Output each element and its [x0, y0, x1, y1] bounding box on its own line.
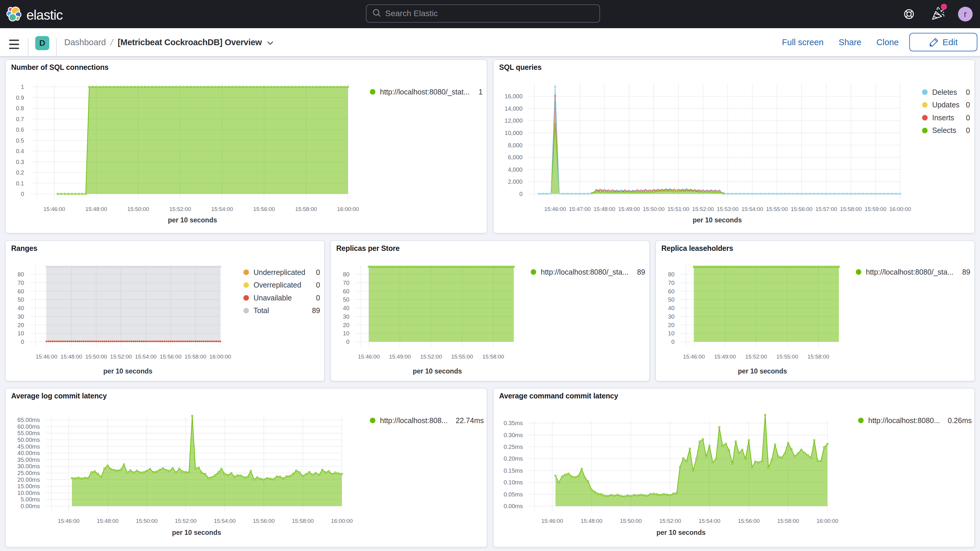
svg-text:15:52:00: 15:52:00	[420, 354, 442, 360]
svg-text:4,000: 4,000	[508, 166, 523, 173]
svg-text:15:58:00: 15:58:00	[482, 354, 504, 360]
svg-text:15:54:00: 15:54:00	[135, 354, 157, 360]
svg-text:50: 50	[668, 296, 675, 303]
svg-text:10: 10	[343, 330, 350, 336]
svg-text:80: 80	[18, 271, 24, 277]
svg-text:15:56:00: 15:56:00	[791, 206, 813, 212]
svg-text:65.00ms: 65.00ms	[18, 417, 40, 423]
svg-text:per 10 seconds: per 10 seconds	[738, 367, 787, 375]
svg-text:http://localhost:8080/_sta...: http://localhost:8080/_sta...	[541, 268, 628, 276]
svg-text:6,000: 6,000	[508, 154, 523, 161]
svg-text:30: 30	[18, 313, 24, 320]
svg-text:15.00ms: 15.00ms	[18, 483, 40, 489]
svg-text:16:00:00: 16:00:00	[889, 206, 911, 212]
svg-text:15:46:00: 15:46:00	[58, 518, 80, 524]
svg-text:10: 10	[668, 330, 675, 336]
svg-text:15:56:00: 15:56:00	[160, 354, 181, 360]
svg-text:0: 0	[316, 281, 320, 289]
svg-text:30.00ms: 30.00ms	[18, 463, 40, 470]
svg-text:80: 80	[343, 271, 350, 277]
svg-text:0.5: 0.5	[16, 137, 24, 144]
svg-text:15:55:00: 15:55:00	[776, 354, 798, 360]
svg-text:15:48:00: 15:48:00	[85, 206, 107, 212]
svg-text:15:49:00: 15:49:00	[389, 354, 411, 360]
svg-text:0.20ms: 0.20ms	[503, 455, 523, 462]
svg-text:15:50:00: 15:50:00	[85, 354, 107, 360]
svg-text:15:50:00: 15:50:00	[620, 518, 642, 524]
svg-text:Unavailable: Unavailable	[253, 294, 292, 302]
svg-text:10,000: 10,000	[505, 130, 523, 136]
svg-text:15:52:00: 15:52:00	[745, 354, 767, 360]
svg-text:15:58:00: 15:58:00	[295, 206, 317, 212]
svg-text:55.00ms: 55.00ms	[18, 430, 40, 436]
svg-text:16:00:00: 16:00:00	[337, 206, 359, 212]
svg-text:15:58:00: 15:58:00	[292, 518, 313, 524]
svg-text:50.00ms: 50.00ms	[18, 436, 40, 443]
svg-text:per 10 seconds: per 10 seconds	[168, 216, 217, 224]
svg-text:15:46:00: 15:46:00	[544, 206, 566, 212]
svg-text:15:54:00: 15:54:00	[741, 206, 763, 212]
svg-text:0.8: 0.8	[16, 105, 24, 111]
svg-text:15:50:00: 15:50:00	[136, 518, 158, 524]
svg-text:0.05ms: 0.05ms	[503, 491, 523, 498]
svg-text:15:49:00: 15:49:00	[618, 206, 640, 212]
svg-text:0: 0	[966, 88, 970, 96]
svg-text:Deletes: Deletes	[932, 88, 957, 96]
svg-text:0.1: 0.1	[16, 180, 24, 186]
svg-text:15:52:00: 15:52:00	[692, 206, 714, 212]
svg-text:15:48:00: 15:48:00	[60, 354, 82, 360]
svg-text:60: 60	[343, 288, 350, 295]
svg-text:Total: Total	[253, 306, 269, 315]
svg-text:20: 20	[343, 322, 350, 328]
svg-text:80: 80	[668, 271, 675, 277]
svg-text:0: 0	[966, 100, 970, 109]
svg-text:0.9: 0.9	[16, 94, 24, 101]
svg-text:16:00:00: 16:00:00	[331, 518, 353, 524]
svg-text:25.00ms: 25.00ms	[18, 470, 40, 476]
svg-text:15:54:00: 15:54:00	[211, 206, 233, 212]
svg-text:0.3: 0.3	[16, 159, 24, 165]
svg-text:0.35ms: 0.35ms	[503, 420, 523, 426]
svg-text:per 10 seconds: per 10 seconds	[693, 216, 742, 224]
svg-text:2,000: 2,000	[508, 178, 523, 185]
svg-text:0: 0	[966, 126, 970, 134]
svg-text:16:00:00: 16:00:00	[210, 354, 231, 360]
svg-text:per 10 seconds: per 10 seconds	[172, 529, 221, 536]
svg-text:15:57:00: 15:57:00	[815, 206, 837, 212]
svg-text:0.2: 0.2	[16, 169, 24, 176]
svg-text:0: 0	[316, 268, 320, 276]
svg-text:15:50:00: 15:50:00	[643, 206, 665, 212]
svg-text:15:48:00: 15:48:00	[593, 206, 615, 212]
svg-text:0.26ms: 0.26ms	[948, 416, 972, 425]
svg-text:70: 70	[18, 280, 24, 286]
svg-text:Updates: Updates	[932, 100, 959, 109]
svg-text:15:46:00: 15:46:00	[358, 354, 380, 360]
svg-text:60.00ms: 60.00ms	[18, 424, 40, 430]
svg-text:15:46:00: 15:46:00	[43, 206, 65, 212]
svg-text:0.10ms: 0.10ms	[503, 479, 523, 486]
svg-text:15:58:00: 15:58:00	[185, 354, 206, 360]
svg-text:15:59:00: 15:59:00	[865, 206, 886, 212]
svg-text:89: 89	[637, 268, 645, 276]
svg-text:http://localhost:808...: http://localhost:808...	[380, 416, 448, 425]
svg-text:12,000: 12,000	[505, 117, 523, 124]
svg-text:15:58:00: 15:58:00	[808, 354, 829, 360]
svg-text:15:54:00: 15:54:00	[698, 518, 720, 524]
svg-text:15:58:00: 15:58:00	[840, 206, 862, 212]
svg-text:15:50:00: 15:50:00	[127, 206, 149, 212]
svg-text:16,000: 16,000	[505, 93, 523, 99]
svg-text:per 10 seconds: per 10 seconds	[103, 367, 152, 375]
svg-text:Underreplicated: Underreplicated	[253, 268, 305, 276]
svg-text:0: 0	[21, 339, 24, 345]
svg-text:0.25ms: 0.25ms	[503, 444, 523, 450]
svg-text:15:58:00: 15:58:00	[777, 518, 799, 524]
svg-text:0.15ms: 0.15ms	[503, 467, 523, 474]
svg-text:0.4: 0.4	[16, 148, 24, 154]
svg-text:Overreplicated: Overreplicated	[253, 281, 301, 289]
svg-text:45.00ms: 45.00ms	[18, 443, 40, 450]
svg-text:40: 40	[343, 305, 350, 311]
svg-text:15:52:00: 15:52:00	[110, 354, 132, 360]
svg-text:15:53:00: 15:53:00	[717, 206, 738, 212]
svg-text:0.30ms: 0.30ms	[503, 432, 523, 438]
svg-text:15:49:00: 15:49:00	[714, 354, 736, 360]
